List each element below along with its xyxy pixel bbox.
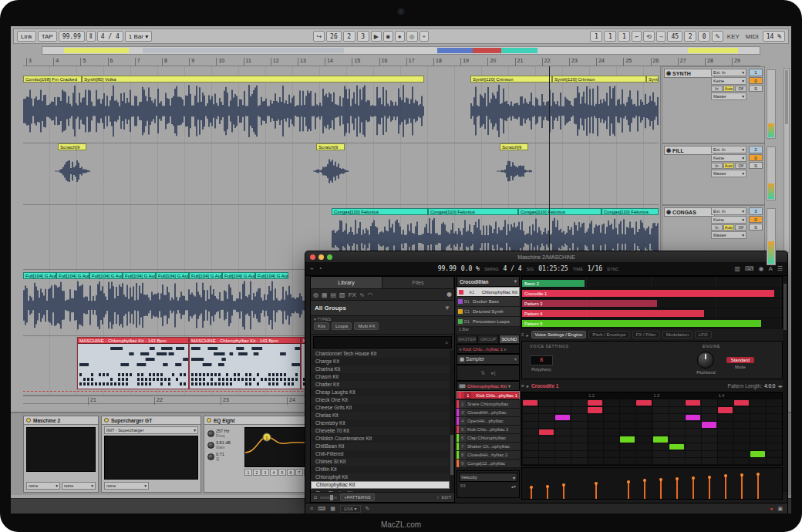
loop-icon[interactable]: ∿ (359, 291, 365, 298)
plugin-placeholder[interactable] (104, 436, 198, 480)
list-item[interactable]: Chardonnet Tech House Kit (311, 350, 450, 358)
clip-header[interactable]: Congas[110] Felonius (428, 208, 518, 215)
clip-header[interactable]: Synth[120] Crimson (470, 76, 552, 82)
pad-row-5[interactable]: 5Kick Chlo...phylliac 2 (457, 426, 520, 434)
load-patterns-toggle[interactable]: +PATTERNS (340, 493, 375, 501)
type-chip[interactable]: Kits (314, 322, 329, 330)
clip-header[interactable]: Full[104] G Aural (56, 272, 89, 279)
unfold-icon[interactable]: ◉ (666, 70, 671, 76)
record-dot-icon[interactable]: ● (770, 506, 773, 511)
output-select[interactable]: Master▾ (711, 93, 746, 100)
sampling-icon[interactable]: ◉ (759, 265, 764, 272)
search-input[interactable]: × (313, 336, 452, 348)
step-resolution-select[interactable]: 1/16▾ (340, 505, 361, 513)
clip-header[interactable]: Congas[110] Felonius (332, 208, 428, 215)
track-name[interactable]: ◉SYNTH (664, 69, 715, 78)
info-icon[interactable]: i (437, 495, 438, 500)
signature-display[interactable]: 4 / 4 (504, 265, 522, 272)
mixer-icon[interactable]: ▥ (734, 265, 740, 272)
eq-band-toggle[interactable]: 7 (295, 469, 303, 476)
clip-header[interactable]: MASCHINE - Chlorophylliac Kit - 143 Bpm (77, 337, 189, 344)
list-item[interactable]: Cheese Grits Kit (311, 404, 450, 412)
time-display[interactable]: 01:25:25 (538, 265, 568, 272)
group-name-header[interactable]: Crocodillian▾ (457, 276, 520, 287)
solo-button[interactable]: S (749, 162, 763, 169)
monitor-switch[interactable]: InAutoOff (711, 163, 746, 169)
monitor-option[interactable]: Auto (723, 224, 735, 231)
draw-mode-icon[interactable]: ✎ (712, 31, 723, 42)
editor-scrollbar[interactable] (783, 276, 787, 492)
engine-mode-control[interactable]: Standard Mode (726, 357, 754, 369)
list-item[interactable]: Chlorophyll Kit (311, 473, 450, 481)
metronome-icon[interactable]: ◔ (318, 265, 322, 272)
plugin-window-titlebar[interactable]: Maschine 2/MASCHINE (305, 251, 787, 262)
midi-clip[interactable]: MASCHINE - Chlorophylliac Kit - 143 Bpm (77, 337, 189, 389)
clip-header[interactable]: Full[104] G Aural (222, 272, 255, 279)
track-name[interactable]: ◉FILL (664, 146, 715, 155)
pad-view-icon[interactable]: ▦ (330, 506, 335, 512)
list-item[interactable]: Chemistry Kit (311, 419, 450, 427)
clip-header[interactable]: Synth[80] Volka (82, 76, 424, 82)
metronome-icon[interactable]: Ⅱ (86, 31, 96, 42)
expand-icon[interactable]: ▸ (527, 332, 529, 338)
solo-button[interactable]: S (749, 224, 763, 231)
arranger-row[interactable]: Pattern 5 (522, 319, 782, 328)
menu-icon[interactable]: ≡ (521, 383, 524, 389)
eq-readout-freq[interactable]: 257 HzFreq (207, 429, 243, 438)
arranger-row[interactable]: Basic 2 (522, 279, 782, 288)
step-note[interactable] (555, 415, 570, 420)
group-slot-c1[interactable]: C1Detuned Synth (457, 307, 520, 317)
pad-row-2[interactable]: 2Snare Chlorophylliac (457, 400, 520, 409)
stop-button[interactable]: ■ (383, 31, 393, 42)
monitor-option[interactable]: Auto (723, 86, 735, 92)
list-item[interactable]: Chelas Kit (311, 412, 450, 419)
monitor-option[interactable]: Off (735, 163, 746, 169)
track-lane-fill[interactable]: Scratch[9Scratch[9Scratch[9 (23, 143, 659, 205)
tab-master[interactable]: MASTER (457, 335, 477, 344)
dial-icon[interactable]: ◍ (313, 291, 318, 298)
loop-start-units[interactable]: 1 (618, 31, 630, 42)
eq-knob[interactable] (207, 453, 214, 460)
tab-sound[interactable]: SOUND (499, 335, 520, 344)
swing-display[interactable]: 0.0 % (461, 265, 480, 272)
automation-arm-button[interactable]: + (420, 31, 430, 42)
clip-header[interactable]: Synth[120] Crimson (552, 76, 646, 82)
step-note[interactable] (653, 436, 668, 442)
clip-header[interactable]: Congas[110] Felonius (518, 208, 602, 215)
browser-scrollbar[interactable] (450, 350, 454, 492)
eq-readout-q[interactable]: 0.71Q (207, 452, 243, 461)
tempo-field[interactable]: 99.99 (59, 31, 85, 42)
midi-clip[interactable]: MASCHINE - Chlorophylliac Kit - 143 Bpm (189, 337, 301, 389)
midi-in-icon[interactable]: ⇅ (480, 370, 485, 376)
sounds-icon[interactable]: ▤ (331, 291, 337, 298)
settings-icon[interactable]: ☰ (777, 265, 783, 272)
eq-band-toggle[interactable]: 3 (261, 469, 269, 476)
arrangement-scrollbar[interactable] (783, 68, 790, 253)
track-activator[interactable]: 2 (749, 146, 763, 153)
pad-row-3[interactable]: 3ClosedHH...phylliac (457, 409, 520, 417)
list-item[interactable]: Charina Kit (311, 365, 450, 373)
clip-header[interactable]: Full[104] G Aural (255, 272, 288, 279)
oneshot-icon[interactable]: ◠ (368, 291, 373, 298)
step-note[interactable] (669, 444, 684, 450)
unfold-icon[interactable]: ◉ (666, 209, 671, 215)
pad-kit-header[interactable]: ⌨Chlorophylliac Kit▾ (457, 381, 520, 391)
velocity-dropdown[interactable]: Velocity▾ (459, 473, 517, 482)
position-bars[interactable]: 26 (326, 31, 342, 42)
step-note[interactable] (620, 436, 635, 442)
play-button[interactable]: ▶ (371, 31, 382, 42)
clip-header[interactable]: Scratch[9 (316, 143, 345, 150)
group-slot-b1[interactable]: B1Ducker Bass (457, 297, 520, 307)
input-type-select[interactable]: Ext. In▾ (711, 69, 746, 76)
prehear-icon[interactable]: Ω (314, 495, 317, 500)
unfold-icon[interactable]: ◉ (666, 147, 671, 153)
device-power-icon[interactable] (26, 418, 31, 423)
list-item[interactable]: Charge Kit (311, 358, 450, 365)
clip-header[interactable]: Full[104] G Aural (89, 272, 123, 279)
edit-button[interactable]: EDIT (441, 495, 451, 500)
input-channel-select[interactable]: Keine▾ (711, 216, 746, 224)
step-note[interactable] (686, 415, 700, 420)
pad-row-8[interactable]: 8ClosedHH...hylliac 2 (457, 451, 520, 460)
overdub-button[interactable]: ◎ (406, 31, 418, 42)
eq-readout-gain[interactable]: 3.81 dBGain (207, 440, 243, 450)
